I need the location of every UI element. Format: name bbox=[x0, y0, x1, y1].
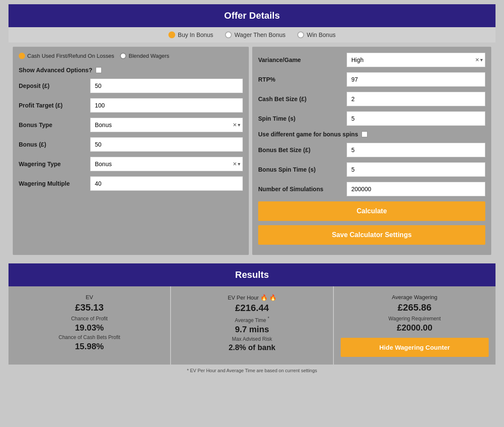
diff-game-checkbox[interactable] bbox=[362, 131, 367, 137]
wagering-multiple-row: Wagering Multiple bbox=[19, 176, 243, 191]
cash-bet-size-input[interactable] bbox=[347, 92, 485, 106]
max-risk-subtitle: Max Advised Risk bbox=[178, 336, 326, 342]
ev-subval1: 19.03% bbox=[15, 323, 163, 333]
bonus-bet-size-input[interactable] bbox=[347, 143, 485, 157]
results-title-text: Results bbox=[235, 269, 269, 280]
wager-cash-first[interactable]: Cash Used First/Refund On Losses bbox=[19, 53, 114, 59]
bonus-spin-time-label: Bonus Spin Time (s) bbox=[258, 166, 343, 173]
avg-wagering-value: £265.86 bbox=[341, 302, 489, 313]
footnote: * EV Per Hour and Average Time are based… bbox=[9, 365, 495, 376]
hide-btn-label: Hide Wagering Counter bbox=[379, 344, 450, 351]
bonus-type-label: Bonus Type bbox=[19, 122, 87, 128]
radio-label-buy-in: Buy In Bonus bbox=[178, 31, 213, 38]
wagering-type-select-wrap: Bonus ✕ ▾ bbox=[90, 157, 243, 171]
diff-game-row: Use different game for bonus spins bbox=[258, 131, 485, 138]
wagering-multiple-input[interactable] bbox=[90, 176, 243, 191]
rtp-input[interactable] bbox=[347, 72, 485, 87]
bonus-type-select[interactable]: Bonus bbox=[90, 118, 243, 132]
avg-time-label: Average Time bbox=[235, 317, 266, 323]
show-advanced-row: Show Advanced Options? bbox=[19, 67, 243, 74]
bonus-row: Bonus (£) bbox=[19, 137, 243, 152]
wager-type-bar: Cash Used First/Refund On Losses Blended… bbox=[19, 53, 243, 59]
max-risk-value: 2.8% of bank bbox=[178, 343, 326, 352]
wager-blended[interactable]: Blended Wagers bbox=[120, 53, 169, 59]
num-simulations-input[interactable] bbox=[347, 182, 485, 196]
ev-per-hour-title-text: EV Per Hour bbox=[228, 294, 259, 301]
show-advanced-checkbox[interactable] bbox=[96, 67, 102, 73]
spin-time-row: Spin Time (s) bbox=[258, 111, 485, 126]
wagering-multiple-label: Wagering Multiple bbox=[19, 180, 87, 187]
header-title: Offer Details bbox=[224, 10, 280, 21]
result-ev-cell: EV £35.13 Chance of Profit 19.03% Chance… bbox=[9, 286, 171, 365]
deposit-input[interactable] bbox=[90, 79, 243, 93]
calculate-button[interactable]: Calculate bbox=[258, 201, 485, 221]
wagering-type-select[interactable]: Bonus bbox=[90, 157, 243, 171]
avg-time-value: 9.7 mins bbox=[178, 325, 326, 334]
radio-circle-win bbox=[297, 31, 304, 38]
wagering-req-subtitle: Wagering Requirement bbox=[341, 316, 489, 322]
rtp-label: RTP% bbox=[258, 76, 343, 83]
bonus-bet-size-label: Bonus Bet Size (£) bbox=[258, 147, 343, 153]
variance-label: Variance/Game bbox=[258, 57, 343, 63]
cash-bet-size-label: Cash Bet Size (£) bbox=[258, 96, 343, 102]
result-ev-per-hour-cell: EV Per Hour 🔥 🔥 £216.44 Average Time * 9… bbox=[171, 286, 333, 365]
rtp-row: RTP% bbox=[258, 72, 485, 87]
results-title: Results bbox=[9, 263, 495, 286]
offer-type-bar: Buy In Bonus Wager Then Bonus Win Bonus bbox=[9, 27, 495, 42]
right-panel: Variance/Game High Medium Low ✕ ▾ RTP% bbox=[252, 47, 491, 255]
save-calculator-button[interactable]: Save Calculator Settings bbox=[258, 225, 485, 245]
radio-label-wager: Wager Then Bonus bbox=[234, 31, 285, 38]
content-area: Cash Used First/Refund On Losses Blended… bbox=[9, 42, 495, 259]
page-title: Offer Details bbox=[9, 4, 495, 27]
bonus-type-select-wrap: Bonus ✕ ▾ bbox=[90, 118, 243, 132]
deposit-label: Deposit (£) bbox=[19, 82, 87, 89]
profit-target-input[interactable] bbox=[90, 98, 243, 113]
radio-buy-in-bonus[interactable]: Buy In Bonus bbox=[168, 31, 213, 38]
bonus-spin-time-row: Bonus Spin Time (s) bbox=[258, 162, 485, 177]
ev-title: EV bbox=[15, 294, 163, 300]
footnote-text: * EV Per Hour and Average Time are based… bbox=[187, 368, 317, 373]
variance-row: Variance/Game High Medium Low ✕ ▾ bbox=[258, 53, 485, 67]
cash-bet-size-row: Cash Bet Size (£) bbox=[258, 92, 485, 106]
profit-target-row: Profit Target (£) bbox=[19, 98, 243, 113]
radio-win-bonus[interactable]: Win Bonus bbox=[297, 31, 336, 38]
radio-wager-then-bonus[interactable]: Wager Then Bonus bbox=[225, 31, 285, 38]
ev-value: £35.13 bbox=[15, 302, 163, 313]
ev-per-hour-value: £216.44 bbox=[178, 303, 326, 314]
main-container: Offer Details Buy In Bonus Wager Then Bo… bbox=[9, 4, 495, 376]
calculate-button-label: Calculate bbox=[356, 207, 387, 215]
fire-icon-2: 🔥 bbox=[269, 294, 276, 301]
bonus-spin-time-input[interactable] bbox=[347, 162, 485, 177]
fire-icon-1: 🔥 bbox=[260, 294, 268, 301]
num-simulations-row: Number of Simulations bbox=[258, 182, 485, 196]
wager-label-cash: Cash Used First/Refund On Losses bbox=[27, 53, 114, 59]
left-panel: Cash Used First/Refund On Losses Blended… bbox=[13, 47, 249, 255]
bonus-input[interactable] bbox=[90, 137, 243, 152]
wager-radio-circle-blended bbox=[120, 53, 126, 59]
num-simulations-label: Number of Simulations bbox=[258, 186, 343, 192]
show-advanced-label: Show Advanced Options? bbox=[19, 67, 92, 74]
diff-game-label: Use different game for bonus spins bbox=[258, 131, 358, 138]
ev-subtitle1: Chance of Profit bbox=[15, 316, 163, 322]
deposit-row: Deposit (£) bbox=[19, 79, 243, 93]
wagering-type-label: Wagering Type bbox=[19, 161, 87, 167]
radio-circle-wager bbox=[225, 31, 232, 38]
wager-radio-circle-cash bbox=[19, 53, 25, 59]
profit-target-label: Profit Target (£) bbox=[19, 102, 87, 109]
ev-subtitle2: Chance of Cash Bets Profit bbox=[15, 334, 163, 340]
bonus-type-row: Bonus Type Bonus ✕ ▾ bbox=[19, 118, 243, 132]
hide-wagering-counter-button[interactable]: Hide Wagering Counter bbox=[341, 338, 489, 357]
spin-time-label: Spin Time (s) bbox=[258, 115, 343, 122]
ev-subval2: 15.98% bbox=[15, 342, 163, 351]
bonus-label: Bonus (£) bbox=[19, 141, 87, 148]
spin-time-input[interactable] bbox=[347, 111, 485, 126]
avg-wagering-title: Average Wagering bbox=[341, 294, 489, 300]
radio-circle-buy-in bbox=[168, 31, 175, 38]
variance-select[interactable]: High Medium Low bbox=[347, 53, 485, 67]
radio-label-win: Win Bonus bbox=[307, 31, 336, 38]
avg-time-subtitle: Average Time * bbox=[178, 316, 326, 323]
save-button-label: Save Calculator Settings bbox=[332, 231, 412, 238]
bonus-bet-size-row: Bonus Bet Size (£) bbox=[258, 143, 485, 157]
asterisk-icon: * bbox=[268, 316, 269, 321]
wagering-req-value: £2000.00 bbox=[341, 323, 489, 333]
